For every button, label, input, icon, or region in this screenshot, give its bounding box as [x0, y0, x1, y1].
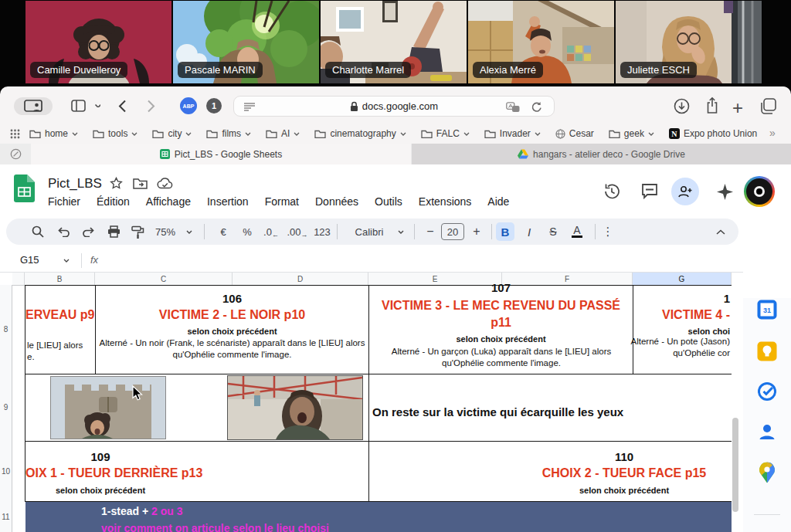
- undo-button[interactable]: [53, 219, 73, 245]
- version-history-icon[interactable]: [603, 183, 621, 200]
- tab-overview-button[interactable]: [760, 98, 776, 114]
- cell-g8[interactable]: 1 VICTIME 4 - selon choi Alterné - Un po…: [531, 285, 732, 374]
- bookmark-cesar[interactable]: Cesar: [555, 128, 594, 139]
- bold-button-active[interactable]: B: [496, 222, 514, 241]
- spreadsheet-grid[interactable]: B C D E F G 8 9 10: [0, 273, 732, 532]
- cell-row11-banner[interactable]: 1-stead + 2 ou 3 voir comment on articul…: [25, 502, 732, 532]
- cell-image-warehouse-laugh[interactable]: [227, 375, 363, 440]
- font-size-input[interactable]: 20: [441, 223, 464, 240]
- redo-button[interactable]: [78, 219, 98, 245]
- column-header-b[interactable]: B: [25, 273, 95, 285]
- video-tile-juliette[interactable]: Juliette ESCH: [616, 1, 762, 83]
- document-title[interactable]: Pict_LBS: [48, 176, 102, 191]
- column-header-g-selected[interactable]: G: [633, 273, 732, 285]
- menu-format[interactable]: Format: [265, 195, 299, 208]
- reload-icon[interactable]: [531, 101, 541, 113]
- row-header-9[interactable]: 9: [0, 374, 12, 441]
- name-box-dropdown[interactable]: [63, 259, 70, 263]
- bookmark-folder-city[interactable]: city: [152, 128, 192, 139]
- star-icon[interactable]: [110, 177, 123, 190]
- cell-image-castle-laugh[interactable]: [50, 376, 166, 439]
- extension-counter-badge[interactable]: 1: [206, 98, 222, 114]
- pinned-tab[interactable]: [10, 148, 22, 160]
- bookmark-folder-cinematography[interactable]: cinematography: [314, 128, 406, 139]
- sidebar-chevron-button[interactable]: [94, 103, 100, 107]
- row-header-11[interactable]: 11: [0, 501, 12, 532]
- cell-b8[interactable]: ERVEAU p9 le [LIEU] alors e.: [25, 285, 94, 374]
- increase-decimal-button[interactable]: .00 →: [286, 219, 309, 245]
- bookmark-folder-tools[interactable]: tools: [93, 128, 137, 139]
- reader-view-icon[interactable]: [243, 102, 256, 112]
- frequently-visited-button[interactable]: [10, 129, 20, 139]
- print-button[interactable]: [104, 219, 124, 245]
- downloads-button[interactable]: [674, 98, 690, 114]
- column-header-d[interactable]: D: [233, 273, 368, 285]
- video-tile-charlotte[interactable]: Charlotte Marrel: [321, 1, 467, 83]
- collapse-toolbar-button[interactable]: [711, 219, 731, 245]
- cloud-saved-icon[interactable]: [157, 178, 174, 190]
- menu-insertion[interactable]: Insertion: [207, 195, 249, 208]
- tasks-panel-button[interactable]: [758, 382, 777, 405]
- tab-google-sheets[interactable]: Pict_LBS - Google Sheets: [31, 144, 411, 164]
- italic-button[interactable]: I: [521, 219, 538, 245]
- bookmark-folder-invader[interactable]: Invader: [484, 128, 541, 139]
- translate-icon[interactable]: [506, 102, 520, 113]
- cell-row10-left[interactable]: 109 OIX 1 - TUEUR DERRIÈRE p13 selon cho…: [25, 441, 368, 501]
- decrease-font-size-button[interactable]: −: [422, 219, 439, 245]
- font-dropdown-arrow[interactable]: [396, 219, 406, 245]
- text-color-button[interactable]: A: [569, 219, 586, 245]
- zoom-select[interactable]: 75%: [151, 219, 179, 245]
- back-button[interactable]: [118, 100, 127, 113]
- format-percent-button[interactable]: %: [237, 219, 257, 245]
- more-toolbar-options-button[interactable]: ⋮: [601, 219, 615, 245]
- contacts-panel-button[interactable]: [758, 422, 776, 444]
- bookmark-folder-falc[interactable]: FALC: [421, 128, 470, 139]
- cell-c8-d8[interactable]: 106 VICTIME 2 - LE NOIR p10 selon choix …: [96, 285, 368, 374]
- bookmark-folder-films[interactable]: films: [206, 128, 251, 139]
- formula-input[interactable]: [108, 249, 743, 272]
- column-header-a-sliver[interactable]: [12, 273, 25, 285]
- comments-icon[interactable]: [641, 183, 658, 199]
- share-document-button[interactable]: [671, 178, 699, 205]
- calendar-panel-button[interactable]: 31: [758, 300, 777, 320]
- maps-panel-button[interactable]: [759, 463, 775, 486]
- number-format-button[interactable]: 123: [311, 219, 334, 245]
- menu-aide[interactable]: Aide: [487, 195, 509, 208]
- bookmarks-overflow-button[interactable]: »: [769, 127, 776, 139]
- bookmark-folder-ai[interactable]: AI: [266, 128, 300, 139]
- column-header-c[interactable]: C: [95, 273, 233, 285]
- format-currency-button[interactable]: €: [213, 219, 233, 245]
- video-tile-pascale-active-speaker[interactable]: Pascale MARIN: [173, 1, 319, 83]
- bookmark-expo-photo-union[interactable]: N Expo photo Union: [669, 128, 757, 139]
- move-to-folder-icon[interactable]: [133, 178, 148, 189]
- account-avatar[interactable]: [744, 176, 775, 207]
- search-menus-button[interactable]: [28, 219, 48, 245]
- video-tile-camille[interactable]: Camille Duvelleroy: [25, 1, 171, 83]
- menu-edition[interactable]: Édition: [97, 195, 130, 208]
- share-button[interactable]: [705, 97, 719, 114]
- name-box[interactable]: G15: [20, 254, 39, 266]
- bookmark-folder-home[interactable]: home: [29, 128, 78, 139]
- gemini-sparkle-icon[interactable]: [717, 184, 733, 200]
- video-tile-alexia[interactable]: Alexia Merré: [468, 1, 614, 83]
- screen-share-button[interactable]: [14, 97, 53, 115]
- cell-row9-caption[interactable]: On reste sur la victime qui écarquille l…: [372, 405, 623, 418]
- menu-donnees[interactable]: Données: [315, 195, 358, 208]
- bookmark-folder-geek[interactable]: geek: [609, 128, 654, 139]
- vertical-scrollbar-thumb[interactable]: [732, 418, 738, 512]
- menu-fichier[interactable]: Fichier: [48, 195, 80, 208]
- menu-affichage[interactable]: Affichage: [146, 195, 191, 208]
- keep-panel-button[interactable]: [758, 342, 777, 361]
- row-header-8[interactable]: 8: [0, 285, 12, 374]
- zoom-dropdown-arrow[interactable]: [184, 219, 195, 245]
- menu-extensions[interactable]: Extensions: [419, 195, 471, 208]
- new-tab-button[interactable]: +: [732, 97, 743, 119]
- decrease-decimal-button[interactable]: .0 ←: [261, 219, 281, 245]
- sidebar-toggle-button[interactable]: [71, 100, 86, 112]
- menu-outils[interactable]: Outils: [375, 195, 402, 208]
- increase-font-size-button[interactable]: +: [468, 219, 485, 245]
- address-bar[interactable]: docs.google.com: [233, 96, 555, 117]
- strikethrough-button[interactable]: S: [545, 219, 562, 245]
- font-family-select[interactable]: Calibri: [346, 219, 392, 245]
- forward-button[interactable]: [147, 100, 155, 113]
